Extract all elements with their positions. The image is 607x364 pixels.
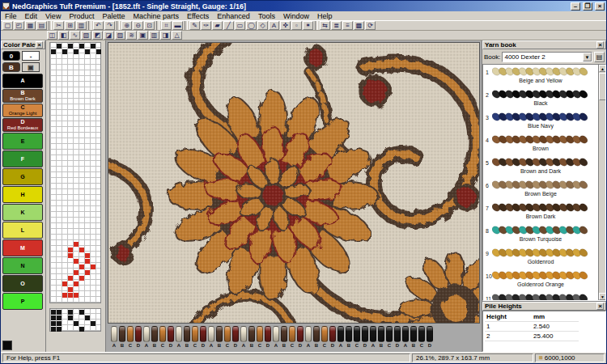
mirror-icon[interactable]: ⇆: [320, 21, 330, 30]
palette-color-a[interactable]: A: [2, 74, 43, 88]
save-icon[interactable]: ▦: [25, 21, 36, 30]
grid-cell[interactable]: [68, 248, 73, 252]
yarn-strip-column[interactable]: C: [321, 326, 328, 349]
menu-view[interactable]: View: [41, 11, 65, 21]
grid-cell[interactable]: [68, 287, 73, 292]
yarn-strip-column[interactable]: D: [200, 326, 206, 349]
palette-color-e[interactable]: E: [2, 133, 43, 150]
palette-color-d[interactable]: DRed Bordeaux: [2, 118, 43, 132]
yarn-strip-column[interactable]: D: [168, 326, 174, 349]
grid-cell[interactable]: [57, 310, 62, 315]
density-icon[interactable]: ▨: [115, 31, 125, 40]
rectangle-icon[interactable]: ▭: [235, 21, 245, 30]
yarns-icon[interactable]: ∿: [70, 31, 80, 40]
menu-machine-parts[interactable]: Machine parts: [129, 11, 183, 21]
grid-cell[interactable]: [62, 281, 67, 286]
yarn-item[interactable]: 5Brown and Dark: [485, 157, 596, 179]
yarn-item[interactable]: 4Brown: [485, 134, 596, 156]
yarn-strip-column[interactable]: A: [143, 326, 150, 349]
grid-cell[interactable]: [79, 327, 84, 332]
palette-view-icon[interactable]: ▩: [354, 21, 364, 30]
palette-color-l[interactable]: L: [2, 222, 43, 239]
yarn-strip-column[interactable]: C: [159, 326, 166, 349]
yarn-strip-column[interactable]: A: [273, 326, 279, 349]
palette-color-k[interactable]: K: [2, 204, 43, 221]
yarn-strip-column[interactable]: B: [378, 326, 384, 349]
grid-cell[interactable]: [68, 293, 73, 298]
book-open-icon[interactable]: ▤: [594, 52, 605, 62]
palette-lock-icon[interactable]: ▣: [22, 62, 40, 72]
grid-cell[interactable]: [74, 270, 79, 275]
yarn-strip-column[interactable]: A: [337, 326, 344, 349]
yarn-book-close-icon[interactable]: ×: [596, 41, 604, 49]
color-palette-close-icon[interactable]: ×: [36, 41, 43, 49]
fill-icon[interactable]: ▰: [212, 21, 223, 30]
yarn-strip-column[interactable]: A: [208, 326, 214, 349]
frame-assignment-grid[interactable]: [49, 308, 101, 332]
yarn-strip-column[interactable]: B: [184, 326, 190, 349]
yarn-strip-column[interactable]: B: [313, 326, 320, 349]
grid-cell[interactable]: [57, 327, 62, 332]
background-color-chip[interactable]: B: [2, 62, 20, 72]
grid-cell[interactable]: [79, 276, 84, 281]
yarn-strip-column[interactable]: C: [354, 326, 360, 349]
texture-icon[interactable]: ▥: [149, 31, 159, 40]
tuft-pattern-grid[interactable]: [49, 42, 101, 303]
yarn-strip-column[interactable]: D: [297, 326, 304, 349]
yarn-item[interactable]: 1Beige and Yellow: [485, 66, 596, 88]
repeat-icon[interactable]: ≣: [331, 21, 342, 30]
yarn-strip-column[interactable]: B: [410, 326, 417, 349]
yarn-strip-column[interactable]: A: [240, 326, 247, 349]
book-select[interactable]: 4000 Dexter 2 ▼: [502, 52, 592, 62]
yarn-strip-column[interactable]: A: [370, 326, 376, 349]
palette-color-o[interactable]: O: [2, 275, 43, 292]
yarn-item[interactable]: 10Goldenrod Orange: [485, 270, 596, 292]
grid-cell[interactable]: [68, 253, 73, 258]
grid-toggle-icon[interactable]: ⌗: [161, 21, 172, 30]
machine-parts-icon[interactable]: ◫: [47, 31, 57, 40]
grid-cell[interactable]: [51, 321, 56, 326]
menu-edit[interactable]: Edit: [21, 11, 42, 21]
grid-cell[interactable]: [85, 253, 90, 258]
grid-cell[interactable]: [85, 49, 90, 54]
no-color-chip[interactable]: -: [22, 51, 40, 61]
yarn-strip-column[interactable]: D: [232, 326, 239, 349]
redo-icon[interactable]: ↷: [104, 21, 115, 30]
yarn-strip-column[interactable]: A: [305, 326, 312, 349]
paste-icon[interactable]: ▥: [76, 21, 87, 30]
current-color-indicator[interactable]: [2, 341, 12, 350]
magic-wand-icon[interactable]: ✶: [303, 21, 313, 30]
transparent-color-chip[interactable]: 0: [2, 51, 20, 61]
yarn-item[interactable]: 9Goldenrod: [485, 248, 596, 269]
pencil-icon[interactable]: ✎: [189, 21, 200, 30]
yarn-strip-column[interactable]: D: [329, 326, 336, 349]
scroll-up-icon[interactable]: ▲: [599, 65, 606, 72]
view-mode-icon[interactable]: ◨: [160, 31, 171, 40]
loop-icon[interactable]: ◩: [92, 31, 103, 40]
grid-cell[interactable]: [79, 44, 84, 49]
yarn-strip-column[interactable]: C: [289, 326, 295, 349]
scrollbar-thumb[interactable]: [599, 73, 606, 100]
grid-cell[interactable]: [51, 310, 56, 315]
yarn-item[interactable]: 7Brown Dark: [485, 202, 596, 224]
refresh-icon[interactable]: ⟳: [365, 21, 376, 30]
menu-window[interactable]: Window: [279, 11, 313, 21]
grid-cell[interactable]: [79, 265, 84, 269]
yarn-strip-column[interactable]: A: [111, 326, 117, 349]
yarn-item[interactable]: 11Gray Black: [485, 293, 596, 301]
palette-color-n[interactable]: N: [2, 257, 43, 274]
grid-cell[interactable]: [79, 310, 84, 315]
menu-help[interactable]: Help: [313, 11, 337, 21]
zoom-in-icon[interactable]: ⊕: [121, 21, 132, 30]
palette-color-c[interactable]: COrange Light: [2, 104, 43, 117]
grid-cell[interactable]: [74, 49, 79, 54]
menu-palette[interactable]: Palette: [98, 11, 129, 21]
yarn-list-scrollbar[interactable]: ▲ ▼: [598, 65, 605, 300]
grid-cell[interactable]: [62, 49, 67, 54]
yarn-strip-column[interactable]: B: [151, 326, 158, 349]
grid-cell[interactable]: [68, 276, 73, 281]
yarn-strip-column[interactable]: C: [192, 326, 198, 349]
cut-icon[interactable]: ✂: [53, 21, 64, 30]
grid-cell[interactable]: [57, 321, 62, 326]
select-icon[interactable]: ▫: [291, 21, 302, 30]
